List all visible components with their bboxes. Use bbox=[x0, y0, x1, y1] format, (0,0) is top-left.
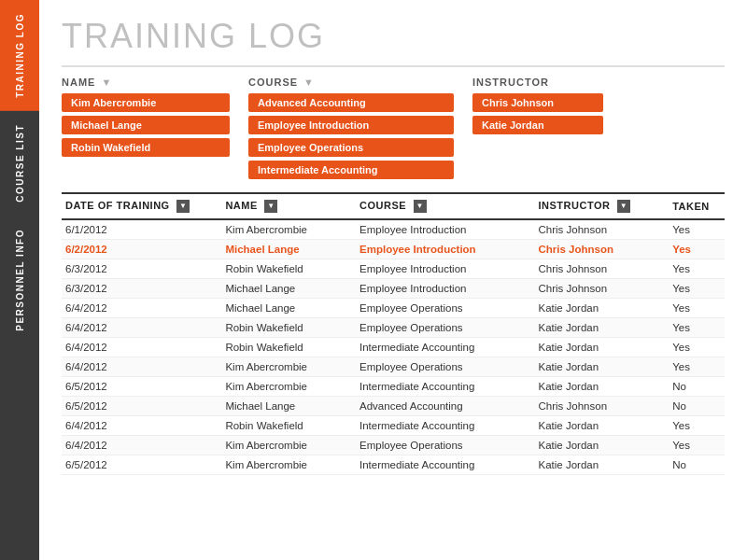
cell-date: 6/5/2012 bbox=[62, 455, 221, 475]
cell-instructor: Katie Jordan bbox=[535, 318, 669, 338]
col-course-filter-icon[interactable]: ▼ bbox=[414, 200, 427, 213]
cell-date: 6/3/2012 bbox=[62, 279, 221, 299]
cell-name: Michael Lange bbox=[221, 397, 356, 416]
cell-course: Employee Operations bbox=[356, 299, 534, 318]
filter-course-col: COURSE ▼ Advanced AccountingEmployee Int… bbox=[248, 77, 454, 179]
filter-tag-instructor[interactable]: Chris Johnson bbox=[472, 93, 603, 112]
cell-date: 6/1/2012 bbox=[62, 219, 221, 240]
cell-name: Kim Abercrombie bbox=[221, 357, 356, 377]
cell-course: Employee Introduction bbox=[356, 240, 534, 259]
filter-tag-instructor[interactable]: Katie Jordan bbox=[472, 116, 603, 134]
cell-course: Employee Operations bbox=[356, 436, 534, 455]
cell-instructor: Katie Jordan bbox=[535, 436, 669, 455]
cell-taken: Yes bbox=[669, 240, 725, 259]
filter-name-tags: Kim AbercrombieMichael LangeRobin Wakefi… bbox=[62, 93, 230, 157]
table-row: 6/4/2012Robin WakefieldIntermediate Acco… bbox=[62, 416, 725, 436]
table-row: 6/4/2012Kim AbercrombieEmployee Operatio… bbox=[62, 357, 725, 377]
cell-name: Michael Lange bbox=[221, 299, 356, 318]
table-wrapper: DATE OF TRAINING ▼ NAME ▼ COURSE ▼ INSTR… bbox=[62, 192, 725, 560]
cell-taken: No bbox=[669, 397, 725, 416]
table-row: 6/5/2012Michael LangeAdvanced Accounting… bbox=[62, 397, 725, 416]
cell-taken: Yes bbox=[669, 299, 725, 318]
cell-instructor: Chris Johnson bbox=[535, 219, 669, 240]
filter-tag-course[interactable]: Intermediate Accounting bbox=[248, 161, 454, 179]
cell-course: Employee Operations bbox=[356, 357, 534, 377]
cell-date: 6/5/2012 bbox=[62, 397, 221, 416]
sidebar-tab-course-list[interactable]: Course List bbox=[0, 111, 39, 216]
cell-name: Kim Abercrombie bbox=[221, 455, 356, 475]
table-row: 6/5/2012Kim AbercrombieIntermediate Acco… bbox=[62, 377, 725, 397]
filter-tag-course[interactable]: Advanced Accounting bbox=[248, 93, 454, 112]
filter-course-tags: Advanced AccountingEmployee Introduction… bbox=[248, 93, 454, 179]
cell-date: 6/4/2012 bbox=[62, 338, 221, 357]
filter-course-icon[interactable]: ▼ bbox=[303, 77, 314, 88]
cell-course: Employee Introduction bbox=[356, 279, 534, 299]
filter-tag-name[interactable]: Kim Abercrombie bbox=[62, 93, 230, 112]
filter-instructor-header: INSTRUCTOR bbox=[472, 77, 603, 88]
cell-date: 6/3/2012 bbox=[62, 259, 221, 279]
table-row: 6/3/2012Robin WakefieldEmployee Introduc… bbox=[62, 259, 725, 279]
cell-taken: Yes bbox=[669, 416, 725, 436]
filter-instructor-tags: Chris JohnsonKatie Jordan bbox=[472, 93, 603, 134]
cell-instructor: Katie Jordan bbox=[535, 357, 669, 377]
cell-taken: Yes bbox=[669, 357, 725, 377]
cell-course: Employee Introduction bbox=[356, 259, 534, 279]
cell-name: Michael Lange bbox=[221, 279, 356, 299]
cell-course: Intermediate Accounting bbox=[356, 416, 534, 436]
cell-date: 6/4/2012 bbox=[62, 357, 221, 377]
cell-name: Robin Wakefield bbox=[221, 416, 356, 436]
cell-date: 6/4/2012 bbox=[62, 416, 221, 436]
cell-date: 6/5/2012 bbox=[62, 377, 221, 397]
cell-instructor: Chris Johnson bbox=[535, 240, 669, 259]
col-name-filter-icon[interactable]: ▼ bbox=[264, 200, 277, 213]
cell-taken: Yes bbox=[669, 436, 725, 455]
cell-instructor: Chris Johnson bbox=[535, 279, 669, 299]
cell-course: Advanced Accounting bbox=[356, 397, 534, 416]
table-row: 6/4/2012Robin WakefieldEmployee Operatio… bbox=[62, 318, 725, 338]
cell-taken: No bbox=[669, 377, 725, 397]
table-row: 6/5/2012Kim AbercrombieIntermediate Acco… bbox=[62, 455, 725, 475]
filter-tag-name[interactable]: Michael Lange bbox=[62, 116, 230, 134]
cell-taken: Yes bbox=[669, 338, 725, 357]
filter-name-icon[interactable]: ▼ bbox=[101, 77, 111, 88]
col-header-taken: TAKEN bbox=[669, 193, 725, 219]
cell-taken: Yes bbox=[669, 318, 725, 338]
cell-taken: Yes bbox=[669, 279, 725, 299]
filter-tag-course[interactable]: Employee Introduction bbox=[248, 116, 454, 134]
cell-instructor: Chris Johnson bbox=[535, 259, 669, 279]
cell-taken: Yes bbox=[669, 219, 725, 240]
cell-date: 6/2/2012 bbox=[62, 240, 221, 259]
cell-name: Kim Abercrombie bbox=[221, 377, 356, 397]
filter-course-label: COURSE bbox=[248, 77, 298, 88]
cell-name: Kim Abercrombie bbox=[221, 219, 356, 240]
table-row: 6/4/2012Michael LangeEmployee Operations… bbox=[62, 299, 725, 318]
col-instructor-filter-icon[interactable]: ▼ bbox=[617, 200, 630, 213]
cell-name: Robin Wakefield bbox=[221, 259, 356, 279]
cell-instructor: Katie Jordan bbox=[535, 377, 669, 397]
table-row: 6/4/2012Robin WakefieldIntermediate Acco… bbox=[62, 338, 725, 357]
filter-tag-course[interactable]: Employee Operations bbox=[248, 138, 454, 157]
cell-date: 6/4/2012 bbox=[62, 299, 221, 318]
sidebar-tab-training-log[interactable]: Training Log bbox=[0, 0, 39, 111]
table-row: 6/2/2012Michael LangeEmployee Introducti… bbox=[62, 240, 725, 259]
filter-tag-name[interactable]: Robin Wakefield bbox=[62, 138, 230, 157]
filter-course-header: COURSE ▼ bbox=[248, 77, 454, 88]
col-date-filter-icon[interactable]: ▼ bbox=[176, 200, 190, 213]
cell-course: Employee Operations bbox=[356, 318, 534, 338]
table-row: 6/3/2012Michael LangeEmployee Introducti… bbox=[62, 279, 725, 299]
filter-section: NAME ▼ Kim AbercrombieMichael LangeRobin… bbox=[62, 65, 725, 179]
main-content: TRAINING LOG NAME ▼ Kim AbercrombieMicha… bbox=[39, 0, 747, 560]
cell-course: Intermediate Accounting bbox=[356, 377, 534, 397]
training-table: DATE OF TRAINING ▼ NAME ▼ COURSE ▼ INSTR… bbox=[62, 192, 725, 475]
table-row: 6/1/2012Kim AbercrombieEmployee Introduc… bbox=[62, 219, 725, 240]
cell-name: Kim Abercrombie bbox=[221, 436, 356, 455]
cell-course: Intermediate Accounting bbox=[356, 455, 534, 475]
filter-name-label: NAME bbox=[62, 77, 95, 88]
page-title: TRAINING LOG bbox=[62, 17, 725, 56]
cell-taken: No bbox=[669, 455, 725, 475]
sidebar-tab-personnel-info[interactable]: Personnel Info bbox=[0, 216, 39, 344]
cell-course: Intermediate Accounting bbox=[356, 338, 534, 357]
cell-name: Robin Wakefield bbox=[221, 338, 356, 357]
cell-name: Robin Wakefield bbox=[221, 318, 356, 338]
table-row: 6/4/2012Kim AbercrombieEmployee Operatio… bbox=[62, 436, 725, 455]
